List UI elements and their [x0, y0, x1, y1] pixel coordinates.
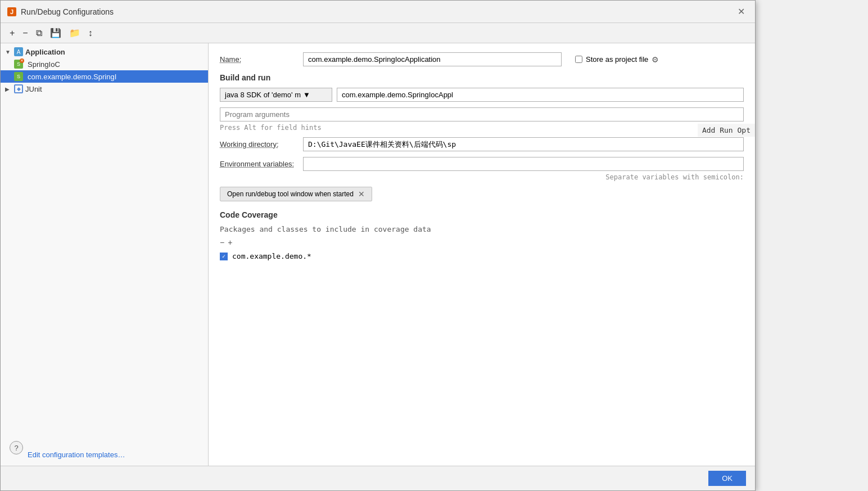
coverage-list-item: ✓ com.example.demo.*	[220, 250, 744, 262]
copy-config-button[interactable]: ⧉	[34, 27, 44, 39]
junit-icon: ◆	[14, 84, 23, 93]
coverage-add-btn[interactable]: +	[228, 238, 232, 247]
open-run-label: Open run/debug tool window when started	[227, 190, 354, 198]
add-config-button[interactable]: +	[7, 27, 17, 39]
add-run-opt-label: Add Run Opt	[698, 124, 755, 137]
code-coverage-title: Code Coverage	[220, 210, 744, 219]
coverage-checkbox[interactable]: ✓	[220, 253, 228, 260]
coverage-remove-btn[interactable]: −	[220, 238, 224, 247]
toolbar: + − ⧉ 💾 📁 ↕	[1, 23, 755, 43]
app-icon: J	[7, 7, 16, 16]
env-vars-row: Environment variables:	[220, 157, 744, 171]
name-input[interactable]	[303, 52, 562, 66]
left-panel: ▼ A Application S ✕ SpringIoC S com.exam…	[1, 43, 209, 466]
coverage-subtitle: Packages and classes to include in cover…	[220, 225, 744, 233]
tree-item-junit[interactable]: ▶ ◆ JUnit	[1, 83, 208, 95]
right-panel: Name: Store as project file ⚙ Build and …	[209, 43, 755, 466]
semicolon-hint: Separate variables with semicolon:	[220, 173, 744, 181]
save-config-button[interactable]: 💾	[48, 26, 64, 39]
build-run-title: Build and run	[220, 73, 744, 82]
working-dir-input[interactable]	[303, 137, 744, 151]
error-badge: ✕	[20, 58, 24, 63]
title-bar: J Run/Debug Configurations ✕	[1, 1, 755, 23]
dialog-footer: OK	[1, 466, 755, 490]
application-icon: A	[14, 47, 23, 56]
env-vars-input[interactable]	[303, 157, 744, 171]
code-coverage-section: Code Coverage Packages and classes to in…	[220, 210, 744, 262]
store-checkbox[interactable]	[575, 56, 582, 63]
tree-item-spring-ioc[interactable]: S ✕ SpringIoC	[1, 58, 208, 70]
gear-icon[interactable]: ⚙	[652, 55, 659, 64]
ok-button[interactable]: OK	[708, 471, 746, 486]
tree-item-application[interactable]: ▼ A Application	[1, 46, 208, 58]
edit-templates-link[interactable]: Edit configuration templates…	[28, 451, 125, 459]
application-label: Application	[25, 48, 65, 56]
dropdown-arrow: ▼	[303, 91, 310, 99]
spring-main-icon: S	[14, 72, 23, 81]
tree-item-main-class[interactable]: S com.example.demo.SpringI	[1, 70, 208, 83]
main-class-label: com.example.demo.SpringI	[28, 73, 116, 81]
open-run-debug-btn[interactable]: Open run/debug tool window when started …	[220, 187, 372, 201]
expand-arrow: ▼	[5, 49, 12, 55]
junit-arrow: ▶	[5, 86, 12, 92]
sdk-dropdown[interactable]: java 8 SDK of 'demo' m ▼	[220, 88, 332, 102]
hint-text: Press Alt for field hints	[220, 124, 744, 132]
program-args-input[interactable]	[220, 107, 744, 121]
sdk-label: java 8 SDK of 'demo' m	[225, 91, 301, 99]
junit-label: JUnit	[25, 85, 42, 93]
name-label: Name:	[220, 55, 299, 64]
store-label: Store as project file	[586, 55, 648, 64]
working-dir-label: Working directory:	[220, 140, 299, 148]
name-row: Name: Store as project file ⚙	[220, 52, 744, 66]
store-checkbox-row: Store as project file ⚙	[575, 55, 659, 64]
env-vars-label: Environment variables:	[220, 160, 299, 168]
main-class-input[interactable]	[337, 88, 744, 102]
coverage-item-label: com.example.demo.*	[232, 252, 311, 260]
bottom-left: ? Edit configuration templates…	[1, 436, 208, 463]
remove-config-button[interactable]: −	[20, 27, 30, 39]
tag-close-icon[interactable]: ✕	[358, 190, 365, 199]
coverage-toolbar: − +	[220, 238, 744, 247]
dialog-title: Run/Debug Configurations	[21, 7, 114, 16]
spring-icon: S ✕	[14, 60, 23, 69]
close-button[interactable]: ✕	[734, 5, 748, 18]
working-dir-row: Working directory:	[220, 137, 744, 151]
sort-config-button[interactable]: ↕	[86, 27, 95, 39]
help-button[interactable]: ?	[10, 441, 23, 454]
folder-config-button[interactable]: 📁	[67, 26, 83, 39]
sdk-row: java 8 SDK of 'demo' m ▼	[220, 88, 744, 102]
spring-ioc-label: SpringIoC	[28, 60, 60, 69]
